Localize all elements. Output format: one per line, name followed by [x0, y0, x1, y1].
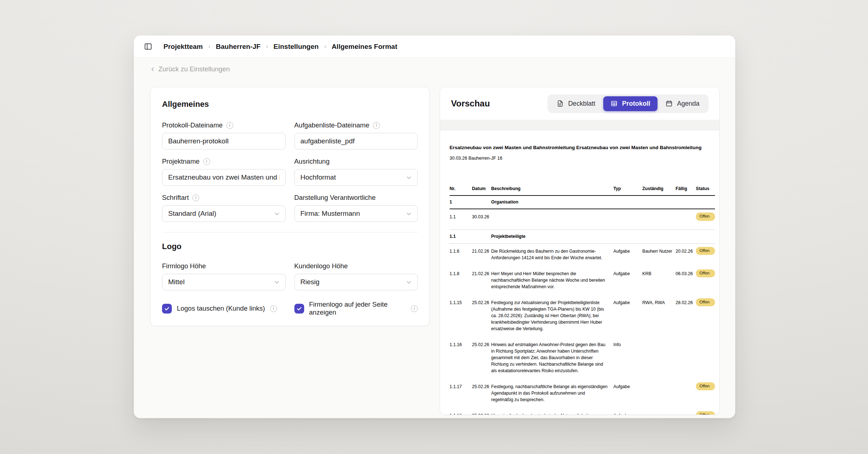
firmlogo-hoehe-select[interactable]: Mittel: [162, 274, 286, 290]
select-value: Hochformat: [301, 173, 336, 181]
tab-label: Agenda: [677, 100, 699, 108]
cell-zustaendig: Bauherr Nutzer: [642, 248, 676, 255]
breadcrumb-item-bauherren-jf[interactable]: Bauherren-JF: [216, 43, 261, 51]
preview-panel: Vorschau Deckblatt Protokoll: [440, 87, 720, 415]
info-icon[interactable]: i: [411, 305, 418, 312]
breadcrumb-separator-icon: ›: [324, 43, 326, 50]
preview-tab-group: Deckblatt Protokoll Agenda: [548, 94, 709, 113]
status-badge: Offen: [696, 269, 715, 278]
cell-typ: Aufgabe: [613, 299, 642, 306]
cell-datum: 25.02.26: [472, 341, 491, 348]
preview-body: Ersatzneubau von zwei Masten und Bahnstr…: [440, 120, 719, 415]
info-icon[interactable]: i: [373, 122, 380, 129]
column-header-typ: Typ: [613, 185, 642, 192]
cell-nr: 1.1.16: [450, 341, 472, 348]
preview-header: Vorschau Deckblatt Protokoll: [440, 87, 719, 120]
info-icon[interactable]: i: [203, 158, 210, 165]
darstellung-verantwortliche-select[interactable]: Firma: Mustermann: [294, 205, 418, 222]
field-label: Protokoll-Dateiname: [162, 121, 223, 129]
calendar-icon: [665, 100, 673, 107]
projektname-input[interactable]: [162, 169, 286, 186]
field-kundenlogo-hoehe: Kundenlogo Höhe Riesig: [294, 262, 418, 290]
checkbox-firmenlogo-jede-seite: Firmenlogo auf jeder Seite anzeigen i: [294, 300, 418, 316]
table-row: 1.1.1525.02.26Festlegung zur Aktualisier…: [450, 295, 715, 337]
column-header-zustaendig: Zuständig: [642, 185, 676, 192]
cell-nr: 1.1: [450, 233, 472, 240]
checkbox-logos-tauschen: Logos tauschen (Kunde links) i: [162, 300, 286, 316]
status-badge: Offen: [696, 213, 715, 221]
field-label: Ausrichtung: [294, 157, 330, 165]
info-icon[interactable]: i: [226, 122, 233, 129]
cell-nr: 1.1: [450, 214, 472, 220]
cell-datum: 21.02.26: [472, 248, 491, 255]
column-header-status: Status: [696, 185, 715, 192]
field-ausrichtung: Ausrichtung Hochformat: [294, 157, 418, 186]
cell-datum: 25.02.26: [472, 412, 491, 415]
kundenlogo-hoehe-select[interactable]: Riesig: [294, 274, 418, 290]
info-icon[interactable]: i: [270, 305, 277, 312]
breadcrumb-item-projektteam[interactable]: Projektteam: [163, 43, 203, 51]
section-heading-allgemeines: Allgemeines: [162, 100, 418, 109]
chevron-down-icon: [405, 210, 412, 217]
tab-agenda[interactable]: Agenda: [658, 96, 707, 111]
cell-beschreibung: Festlegung zur Aktualisierung der Projek…: [491, 299, 613, 332]
cell-status: Offen: [696, 383, 715, 391]
chevron-down-icon: [273, 279, 280, 286]
logo-form-grid: Firmlogo Höhe Mittel Kundenlogo Höhe Rie…: [162, 262, 418, 290]
cell-status: Offen: [696, 270, 715, 278]
cell-beschreibung: Hinweis auf erstmaligen Anwohner-Protest…: [491, 341, 613, 374]
cell-beschreibung: Projektbeteiligte: [491, 233, 613, 240]
select-value: Riesig: [301, 278, 320, 286]
table-row: 1.1.621.02.26Die Rückmeldung des Bauherr…: [450, 244, 715, 266]
table-row: 1.130.03.26Offen: [450, 209, 715, 230]
field-schriftart: Schriftart i Standard (Arial): [162, 194, 286, 222]
field-aufgabenliste-dateiname: Aufgabenliste-Dateiname i: [294, 121, 418, 150]
breadcrumb: Projektteam › Bauherren-JF › Einstellung…: [163, 43, 397, 51]
document-title: Ersatzneubau von zwei Masten und Bahnstr…: [450, 145, 715, 150]
protocol-table: Nr. Datum Beschreibung Typ Zuständig Fäl…: [450, 184, 715, 415]
cell-zustaendig: RWA, RWA: [642, 299, 676, 306]
field-label: Aufgabenliste-Dateiname: [294, 121, 370, 129]
status-badge: Offen: [696, 298, 715, 307]
column-header-faellig: Fällig: [676, 185, 696, 192]
cell-nr: 1.1.8: [450, 270, 472, 277]
cell-nr: 1.1.17: [450, 383, 472, 390]
breadcrumb-item-allgemeines-format[interactable]: Allgemeines Format: [332, 43, 397, 51]
cell-datum: 25.02.26: [472, 299, 491, 306]
cell-zustaendig: KRB: [642, 270, 676, 277]
checkbox-label: Firmenlogo auf jeder Seite anzeigen: [309, 300, 406, 316]
field-darstellung-verantwortliche: Darstellung Verantwortliche Firma: Muste…: [294, 194, 418, 222]
checkbox-checked-icon[interactable]: [162, 304, 172, 314]
cell-typ: Aufgabe: [613, 270, 642, 277]
table-row: 1.1.1825.02.26Hinweis: Auch ohne bautech…: [450, 408, 715, 415]
tab-label: Protokoll: [622, 100, 650, 108]
back-to-settings-link[interactable]: ‹ Zurück zu Einstellungen: [151, 65, 230, 73]
preview-title: Vorschau: [451, 98, 490, 109]
aufgabenliste-dateiname-input[interactable]: [294, 133, 418, 150]
info-icon[interactable]: i: [192, 194, 199, 201]
cell-beschreibung: Hinweis: Auch ohne bautechnische Notwend…: [491, 412, 613, 415]
cell-nr: 1.1.6: [450, 248, 472, 255]
chevron-down-icon: [273, 210, 280, 217]
field-projektname: Projektname i: [162, 157, 286, 186]
schriftart-select[interactable]: Standard (Arial): [162, 205, 286, 222]
field-label: Kundenlogo Höhe: [294, 262, 348, 270]
tab-deckblatt[interactable]: Deckblatt: [549, 96, 603, 111]
field-label: Darstellung Verantwortliche: [294, 194, 376, 202]
table-row: 1.1.1725.02.26Festlegung, nachbarschaftl…: [450, 379, 715, 408]
back-link-label: Zurück zu Einstellungen: [158, 65, 230, 73]
cell-faellig: 28.02.26: [676, 299, 696, 306]
ausrichtung-select[interactable]: Hochformat: [294, 169, 418, 186]
cell-datum: 25.02.26: [472, 383, 491, 390]
protokoll-dateiname-input[interactable]: [162, 133, 286, 150]
tab-protokoll[interactable]: Protokoll: [603, 96, 658, 111]
breadcrumb-item-einstellungen[interactable]: Einstellungen: [273, 43, 319, 51]
sidebar-toggle-icon[interactable]: [142, 41, 153, 52]
cell-status: Offen: [696, 299, 715, 307]
checkbox-label: Kundenlogo auf jeder Seite anzeigen: [177, 325, 274, 326]
table-row: 1.1Projektbeteiligte: [450, 230, 715, 244]
checkbox-label: Logos tauschen (Kunde links): [177, 304, 265, 312]
cell-typ: Aufgabe: [613, 383, 642, 390]
document-icon: [557, 100, 564, 107]
checkbox-checked-icon[interactable]: [294, 304, 304, 314]
